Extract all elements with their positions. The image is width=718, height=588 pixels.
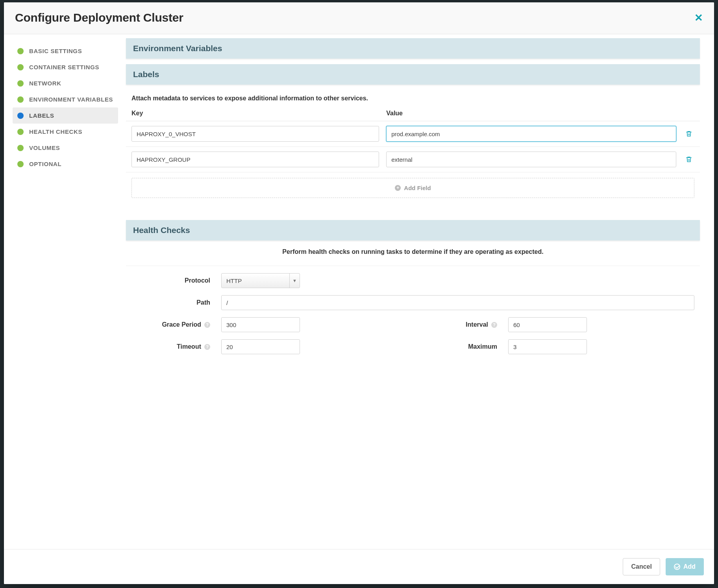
help-icon[interactable]: ? [204, 322, 210, 328]
labels-table-header: Key Value [126, 110, 700, 121]
form-row-path: Path [131, 288, 694, 310]
sidebar-item-health-checks[interactable]: Health Checks [13, 124, 118, 140]
cancel-button[interactable]: Cancel [623, 558, 660, 575]
section-header-labels[interactable]: Labels [126, 64, 700, 85]
sidebar-item-label: Labels [29, 112, 54, 119]
sidebar-item-network[interactable]: Network [13, 75, 118, 91]
sidebar: Basic Settings Container Settings Networ… [4, 34, 122, 549]
modal-body: Basic Settings Container Settings Networ… [4, 34, 714, 549]
sidebar-item-environment-variables[interactable]: Environment Variables [13, 91, 118, 107]
sidebar-item-container-settings[interactable]: Container Settings [13, 59, 118, 75]
sidebar-item-label: Environment Variables [29, 96, 113, 103]
label-protocol: Protocol [131, 277, 210, 284]
status-dot-icon [17, 48, 24, 54]
form-row-grace-interval: Grace Period ? Interval ? [131, 310, 694, 332]
status-dot-icon [17, 145, 24, 151]
status-dot-icon [17, 96, 24, 103]
plus-circle-icon: + [395, 185, 401, 191]
column-header-value: Value [386, 110, 694, 117]
section-header-health-checks[interactable]: Health Checks [126, 220, 700, 240]
label-grace-period: Grace Period ? [131, 321, 210, 328]
sidebar-item-label: Container Settings [29, 64, 99, 70]
status-dot-icon [17, 80, 24, 87]
label-path: Path [131, 299, 210, 306]
sidebar-item-labels[interactable]: Labels [13, 107, 118, 124]
add-field-label: Add Field [404, 185, 431, 191]
grace-period-input[interactable] [221, 317, 300, 332]
sidebar-item-optional[interactable]: Optional [13, 156, 118, 172]
modal-title: Configure Deployment Cluster [15, 11, 183, 24]
status-dot-icon [17, 64, 24, 70]
label-maximum: Maximum [418, 343, 497, 350]
label-value-input[interactable] [386, 152, 676, 167]
timeout-input[interactable] [221, 339, 300, 354]
close-icon[interactable]: ✕ [694, 13, 703, 23]
help-icon[interactable]: ? [204, 344, 210, 350]
delete-row-button[interactable] [683, 154, 694, 165]
check-circle-icon [674, 564, 680, 570]
status-dot-icon [17, 161, 24, 167]
column-header-key: Key [131, 110, 379, 117]
label-row [126, 121, 700, 147]
sidebar-item-label: Health Checks [29, 128, 82, 135]
sidebar-item-volumes[interactable]: Volumes [13, 140, 118, 156]
sidebar-item-label: Volumes [29, 144, 60, 151]
path-input[interactable] [221, 295, 694, 310]
label-value-input[interactable] [386, 126, 676, 142]
chevron-down-icon: ▼ [289, 274, 300, 288]
configure-deployment-modal: Configure Deployment Cluster ✕ Basic Set… [4, 2, 714, 584]
modal-footer: Cancel Add [4, 549, 714, 584]
add-field-button[interactable]: + Add Field [131, 178, 694, 198]
protocol-select-value: HTTP [226, 277, 242, 284]
label-key-input[interactable] [131, 152, 379, 167]
label-interval: Interval ? [418, 321, 497, 328]
health-checks-description: Perform health checks on running tasks t… [131, 248, 694, 255]
interval-input[interactable] [508, 317, 587, 332]
status-dot-icon [17, 129, 24, 135]
main-panel: Environment Variables Labels Attach meta… [122, 34, 714, 549]
form-row-timeout-max: Timeout ? Maximum [131, 332, 694, 354]
label-timeout: Timeout ? [131, 343, 210, 350]
sidebar-item-label: Basic Settings [29, 48, 82, 54]
protocol-select[interactable]: HTTP ▼ [221, 273, 300, 288]
label-row [126, 147, 700, 172]
sidebar-item-label: Network [29, 80, 61, 87]
delete-row-button[interactable] [683, 128, 694, 139]
section-header-environment-variables[interactable]: Environment Variables [126, 38, 700, 59]
sidebar-item-label: Optional [29, 161, 61, 167]
label-key-input[interactable] [131, 126, 379, 142]
modal-header: Configure Deployment Cluster ✕ [4, 2, 714, 34]
help-icon[interactable]: ? [491, 322, 497, 328]
sidebar-item-basic-settings[interactable]: Basic Settings [13, 43, 118, 59]
health-checks-form: Protocol HTTP ▼ Path Grace Period ? [126, 266, 700, 354]
labels-description: Attach metadata to services to expose ad… [131, 95, 694, 102]
form-row-protocol: Protocol HTTP ▼ [131, 266, 694, 288]
add-button[interactable]: Add [666, 558, 704, 575]
status-dot-icon [17, 113, 24, 119]
trash-icon [685, 130, 692, 137]
maximum-input[interactable] [508, 339, 587, 354]
trash-icon [685, 156, 692, 163]
